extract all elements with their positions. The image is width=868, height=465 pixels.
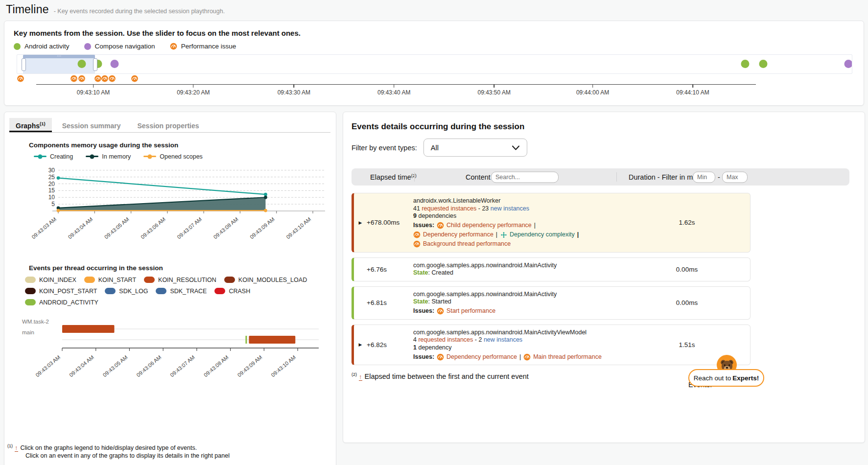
axis-tick <box>294 84 295 88</box>
timeline-event-dot-android[interactable] <box>741 60 749 68</box>
slider-drag-bar[interactable] <box>23 55 95 58</box>
legend-swatch-icon <box>144 277 155 283</box>
creating-marker-icon <box>34 156 47 157</box>
svg-text:09:43:03 AM: 09:43:03 AM <box>34 354 61 378</box>
timeline-event-dot-compose[interactable] <box>845 60 852 68</box>
event-elapsed: +6.76s <box>367 266 413 273</box>
axis-tick <box>93 84 94 88</box>
performance-issue-marker[interactable] <box>17 75 24 82</box>
svg-text:09:43:06 AM: 09:43:06 AM <box>135 354 162 378</box>
duration-max-input[interactable] <box>722 171 748 183</box>
svg-text:09:43:07 AM: 09:43:07 AM <box>169 354 196 378</box>
legend-swatch-icon <box>156 288 166 294</box>
expand-arrow-icon[interactable] <box>354 220 367 225</box>
event-elapsed: +6.81s <box>367 299 413 306</box>
duration-min-input[interactable] <box>693 171 715 183</box>
reach-out-experts-button[interactable]: Reach out to Experts! <box>688 355 767 389</box>
new-instances-text: new instances <box>484 336 522 343</box>
legend-item-sdk_trace[interactable]: SDK_TRACE <box>156 288 207 295</box>
performance-issue-marker[interactable] <box>78 75 85 82</box>
axis-tick <box>592 84 593 88</box>
legend-item-koin_start[interactable]: KOIN_START <box>84 277 136 283</box>
performance-issue-marker[interactable] <box>101 75 109 82</box>
legend-swatch-icon <box>214 288 225 294</box>
duration-header: Duration - Filter in ms <box>629 173 697 181</box>
event-content: com.google.samples.apps.nowinandroid.Mai… <box>413 291 648 315</box>
timeline-performance-markers <box>17 74 852 83</box>
svg-text:30: 30 <box>48 166 55 173</box>
slider-handle-right[interactable] <box>93 58 97 71</box>
page-subtitle: - Key events recorded during the selecte… <box>54 8 225 15</box>
filter-label: Filter by event types: <box>352 144 417 152</box>
tab-graphs[interactable]: Graphs(1) <box>9 118 52 132</box>
svg-text:WM.task-2: WM.task-2 <box>22 319 49 325</box>
graphs-footnote: (1)Click on the graphs legend to hide/di… <box>7 443 230 459</box>
elapsed-time-footnote: (2)Elapsed time between the first and th… <box>352 372 865 380</box>
thread-events-chart[interactable]: WM.task-2main09:43:03 AM09:43:04 AM09:43… <box>19 313 336 395</box>
timeline-slider-zone: 09:43:10 AM09:43:20 AM09:43:30 AM09:43:4… <box>17 54 852 100</box>
legend-item-koin_modules_load[interactable]: KOIN_MODULES_LOAD <box>224 277 307 283</box>
page-header: Timeline - Key events recorded during th… <box>6 3 225 16</box>
content-search-input[interactable] <box>491 171 559 183</box>
events-panel: Events details occurring during the sess… <box>343 112 865 443</box>
event-duration: 1.51s <box>648 341 726 349</box>
svg-text:09:43:09 AM: 09:43:09 AM <box>236 354 263 378</box>
legend-item-koin_resolution[interactable]: KOIN_RESOLUTION <box>144 277 216 283</box>
slider-handle-left[interactable] <box>22 58 26 71</box>
legend-item-koin_index[interactable]: KOIN_INDEX <box>25 277 76 283</box>
axis-tick-label: 09:43:40 AM <box>377 89 410 96</box>
timeline-event-dot-android[interactable] <box>78 60 86 68</box>
legend-opened-scopes[interactable]: Opened scopes <box>143 153 203 160</box>
timeline-event-dot-android[interactable] <box>759 60 768 68</box>
svg-text:09:43:08 AM: 09:43:08 AM <box>212 216 239 240</box>
legend-compose-navigation[interactable]: Compose navigation <box>84 43 155 50</box>
gauge-icon <box>437 222 444 229</box>
opened-scopes-marker-icon <box>143 156 156 157</box>
event-row[interactable]: +6.81s com.google.samples.apps.nowinandr… <box>352 286 751 320</box>
svg-text:15: 15 <box>48 187 55 194</box>
event-row[interactable]: +6.76s com.google.samples.apps.nowinandr… <box>352 257 751 281</box>
event-row[interactable]: +678.00ms androidx.work.ListenableWorker… <box>352 193 751 253</box>
axis-tick-label: 09:43:20 AM <box>177 89 210 96</box>
timeline-event-dot-compose[interactable] <box>111 60 119 68</box>
legend-performance-issue[interactable]: Performance issue <box>170 43 236 50</box>
event-elapsed: +678.00ms <box>367 219 413 226</box>
legend-swatch-icon <box>25 288 36 294</box>
svg-text:09:43:10 AM: 09:43:10 AM <box>270 354 297 378</box>
event-type-select[interactable]: All <box>423 139 527 157</box>
event-content: com.google.samples.apps.nowinandroid.Mai… <box>413 329 648 361</box>
svg-text:09:43:04 AM: 09:43:04 AM <box>67 216 94 240</box>
svg-text:5: 5 <box>51 201 55 208</box>
axis-tick-label: 09:44:00 AM <box>576 89 609 96</box>
tab-session-properties[interactable]: Session properties <box>131 119 205 132</box>
performance-issue-marker[interactable] <box>70 75 77 82</box>
legend-creating[interactable]: Creating <box>34 153 73 160</box>
gauge-icon <box>523 353 531 361</box>
legend-item-crash[interactable]: CRASH <box>214 288 250 295</box>
performance-issue-marker[interactable] <box>94 75 101 82</box>
legend-android-activity[interactable]: Android activity <box>14 43 70 50</box>
event-title: com.google.samples.apps.nowinandroid.Mai… <box>413 329 648 337</box>
gauge-icon <box>413 231 421 238</box>
header-separator <box>616 172 617 182</box>
svg-text:10: 10 <box>48 194 55 201</box>
svg-text:09:43:04 AM: 09:43:04 AM <box>68 354 95 378</box>
events-panel-title: Events details occurring during the sess… <box>352 122 865 132</box>
legend-item-android_activity[interactable]: ANDROID_ACTIVITY <box>25 299 98 306</box>
legend-item-koin_post_start[interactable]: KOIN_POST_START <box>25 288 97 295</box>
up-arrow-icon <box>15 444 18 452</box>
timeline-strip[interactable] <box>17 54 852 74</box>
svg-text:25: 25 <box>48 173 55 180</box>
legend-item-sdk_log[interactable]: SDK_LOG <box>105 288 148 295</box>
legend-in-memory[interactable]: In memory <box>86 153 131 160</box>
performance-issue-marker[interactable] <box>131 75 139 82</box>
memory-usage-chart[interactable]: 5101520253009:43:03 AM09:43:04 AM09:43:0… <box>22 163 336 256</box>
app-window: Timeline - Key events recorded during th… <box>0 0 868 465</box>
expand-arrow-icon[interactable] <box>354 342 367 347</box>
timeline-legend: Android activity Compose navigation Perf… <box>14 43 864 50</box>
event-duration: 1.62s <box>648 219 726 226</box>
legend-swatch-icon <box>25 299 36 305</box>
performance-issue-marker[interactable] <box>109 75 116 82</box>
tab-session-summary[interactable]: Session summary <box>56 119 127 132</box>
timeline-axis: 09:43:10 AM09:43:20 AM09:43:30 AM09:43:4… <box>17 83 852 100</box>
